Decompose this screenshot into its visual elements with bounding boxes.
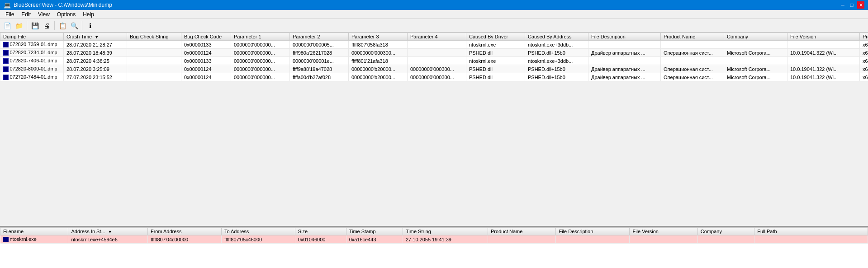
col-param4[interactable]: Parameter 4 — [408, 33, 466, 41]
col-caused-by-address[interactable]: Caused By Address — [525, 33, 588, 41]
toolbar-separator-3 — [82, 21, 82, 30]
cell-param4 — [408, 57, 466, 65]
col-caused-by-driver[interactable]: Caused By Driver — [466, 33, 525, 41]
lower-cell-from-address: fffff807'04c00000 — [147, 235, 221, 244]
table-row[interactable]: 072820-7359-01.dmp28.07.2020 21:28:270x0… — [0, 41, 868, 49]
lower-col-company[interactable]: Company — [697, 228, 754, 235]
upper-table-container[interactable]: Dump File Crash Time ▼ Bug Check String … — [0, 33, 868, 227]
cell-bug-check-string — [127, 41, 181, 49]
upper-table: Dump File Crash Time ▼ Bug Check String … — [0, 33, 868, 81]
toolbar-save-btn[interactable]: 💾 — [29, 20, 40, 31]
lower-col-to-address[interactable]: To Address — [221, 228, 295, 235]
table-row[interactable]: 072820-7234-01.dmp28.07.2020 18:48:390x0… — [0, 49, 868, 57]
cell-bug-check-code: 0x00000124 — [181, 73, 231, 81]
minimize-button[interactable]: ─ — [839, 1, 846, 9]
lower-cell-full-path — [754, 235, 868, 244]
col-file-description[interactable]: File Description — [588, 33, 661, 41]
col-param3[interactable]: Parameter 3 — [349, 33, 408, 41]
cell-bug-check-string — [127, 73, 181, 81]
cell-param3: 00000000'000300... — [349, 49, 408, 57]
cell-crash-time: 28.07.2020 4:38:25 — [64, 57, 127, 65]
title-left: 💻 BlueScreenView - C:\Windows\Minidump — [4, 2, 112, 9]
menu-view[interactable]: View — [34, 10, 53, 19]
lower-col-file-version[interactable]: File Version — [630, 228, 697, 235]
toolbar-find-btn[interactable]: 🔍 — [69, 20, 80, 31]
cell-crash-time: 28.07.2020 3:25:09 — [64, 65, 127, 73]
about-icon: ℹ — [89, 22, 91, 29]
row-icon — [3, 75, 9, 80]
col-dump-file[interactable]: Dump File — [0, 33, 64, 41]
cell-file-description: Драйвер аппаратных ... — [588, 65, 661, 73]
cell-bug-check-string — [127, 65, 181, 73]
lower-col-size[interactable]: Size — [295, 228, 346, 235]
cell-dump-file: 072820-8000-01.dmp — [0, 65, 64, 73]
lower-table-container[interactable]: Filename Address In St... ▼ From Address… — [0, 227, 868, 268]
col-processor[interactable]: Processor — [860, 33, 868, 41]
upper-table-body: 072820-7359-01.dmp28.07.2020 21:28:270x0… — [0, 41, 868, 81]
lower-cell-size: 0x01046000 — [295, 235, 346, 244]
col-param1[interactable]: Parameter 1 — [231, 33, 290, 41]
cell-company — [724, 57, 787, 65]
toolbar-new-btn[interactable]: 📄 — [2, 20, 13, 31]
table-row[interactable]: 072820-8000-01.dmp28.07.2020 3:25:090x00… — [0, 65, 868, 73]
col-file-version[interactable]: File Version — [787, 33, 860, 41]
col-bug-check-string[interactable]: Bug Check String — [127, 33, 181, 41]
cell-param4: 00000000'000300... — [408, 73, 466, 81]
lower-col-time-string[interactable]: Time String — [403, 228, 488, 235]
lower-col-file-description[interactable]: File Description — [556, 228, 630, 235]
menu-help[interactable]: Help — [79, 10, 98, 19]
maximize-button[interactable]: □ — [848, 1, 855, 9]
title-controls[interactable]: ─ □ ✕ — [839, 1, 864, 9]
cell-company — [724, 41, 787, 49]
lower-col-filename[interactable]: Filename — [0, 228, 68, 235]
lower-col-address-in-st[interactable]: Address In St... ▼ — [68, 228, 148, 235]
lower-cell-product-name — [488, 235, 556, 244]
col-product-name[interactable]: Product Name — [661, 33, 724, 41]
toolbar-print-btn[interactable]: 🖨 — [41, 20, 52, 31]
col-param2[interactable]: Parameter 2 — [290, 33, 349, 41]
cell-product-name: Операционная сист... — [661, 73, 724, 81]
lower-col-time-stamp[interactable]: Time Stamp — [346, 228, 403, 235]
toolbar-about-btn[interactable]: ℹ — [85, 20, 95, 31]
cell-param4 — [408, 49, 466, 57]
cell-bug-check-code: 0x00000133 — [181, 57, 231, 65]
menu-file[interactable]: File — [2, 10, 18, 19]
cell-file-version: 10.0.19041.322 (Wi... — [787, 73, 860, 81]
cell-param4 — [408, 41, 466, 49]
menu-edit[interactable]: Edit — [18, 10, 34, 19]
col-crash-time[interactable]: Crash Time ▼ — [64, 33, 127, 41]
cell-processor: x64 — [860, 65, 868, 73]
lower-col-from-address[interactable]: From Address — [147, 228, 221, 235]
toolbar-copy-btn[interactable]: 📋 — [57, 20, 68, 31]
cell-caused-by-driver: PSHED.dll — [466, 65, 525, 73]
lower-col-product-name[interactable]: Product Name — [488, 228, 556, 235]
table-row[interactable]: 072820-7406-01.dmp28.07.2020 4:38:250x00… — [0, 57, 868, 65]
cell-param2: ffff980a'26217028 — [290, 49, 349, 57]
cell-product-name — [661, 57, 724, 65]
cell-dump-file: 072820-7234-01.dmp — [0, 49, 64, 57]
cell-param3: fffff801'21afa318 — [349, 57, 408, 65]
lower-cell-to-address: fffff807'05c46000 — [221, 235, 295, 244]
cell-processor: x64 — [860, 73, 868, 81]
cell-param2: 0000000'000005... — [290, 41, 349, 49]
save-icon: 💾 — [31, 22, 39, 29]
cell-caused-by-driver: ntoskrnl.exe — [466, 41, 525, 49]
menu-options[interactable]: Options — [53, 10, 79, 19]
lower-col-full-path[interactable]: Full Path — [754, 228, 868, 235]
table-row[interactable]: 072720-7484-01.dmp27.07.2020 23:15:520x0… — [0, 73, 868, 81]
col-company[interactable]: Company — [724, 33, 787, 41]
cell-param4: 00000000'000300... — [408, 65, 466, 73]
menu-bar: File Edit View Options Help — [0, 10, 868, 19]
close-button[interactable]: ✕ — [857, 1, 864, 9]
cell-processor: x64 — [860, 49, 868, 57]
lower-table-row[interactable]: ntoskrnl.exentoskrnl.exe+4594e6fffff807'… — [0, 235, 868, 244]
toolbar-open-btn[interactable]: 📁 — [14, 20, 24, 31]
col-bug-check-code[interactable]: Bug Check Code — [181, 33, 231, 41]
main-area: Dump File Crash Time ▼ Bug Check String … — [0, 33, 868, 268]
lower-table-body: ntoskrnl.exentoskrnl.exe+4594e6fffff807'… — [0, 235, 868, 244]
cell-product-name: Операционная сист... — [661, 49, 724, 57]
print-icon: 🖨 — [43, 22, 50, 29]
lower-cell-file-version — [630, 235, 697, 244]
cell-param2: ffff9a88'19a47028 — [290, 65, 349, 73]
cell-dump-file: 072820-7406-01.dmp — [0, 57, 64, 65]
